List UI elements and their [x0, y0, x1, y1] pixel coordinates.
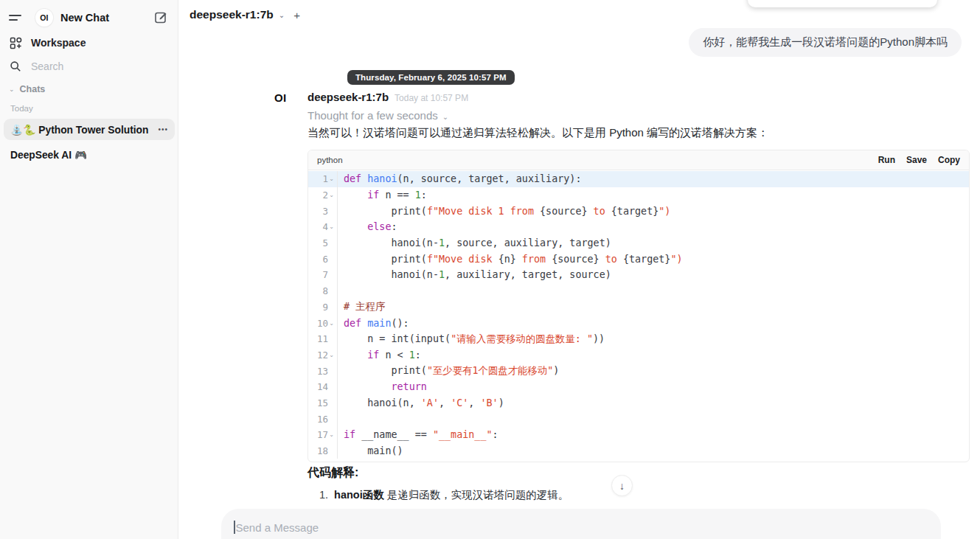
- workspace-grid-icon: [10, 37, 22, 49]
- chevron-down-icon: ⌄: [442, 113, 448, 121]
- line-gutter: 17⌄: [308, 427, 338, 443]
- code-line: 14 return: [308, 379, 969, 395]
- code-text: if n == 1:: [338, 189, 427, 201]
- thought-toggle[interactable]: Thought for a few seconds⌄: [307, 109, 448, 122]
- line-gutter: 12⌄: [308, 347, 338, 364]
- fold-chevron-icon[interactable]: ⌄: [328, 192, 335, 198]
- line-number: 18: [317, 445, 328, 456]
- list-number: 1.: [319, 489, 328, 501]
- code-line: 13 print("至少要有1个圆盘才能移动"): [308, 363, 969, 379]
- code-text: print("至少要有1个圆盘才能移动"): [338, 364, 559, 378]
- code-text: hanoi(n-1, source, auxiliary, target): [338, 237, 611, 248]
- chats-date-group: Today: [0, 103, 178, 114]
- line-number: 16: [317, 414, 328, 425]
- line-gutter: 16: [308, 411, 338, 427]
- new-chat-edit-icon[interactable]: [153, 10, 169, 25]
- chevron-down-icon[interactable]: ⌄: [279, 11, 285, 19]
- line-number: 11: [317, 333, 328, 344]
- code-line: 3 print(f"Move disk 1 from {source} to {…: [308, 203, 969, 219]
- code-line: 16: [308, 411, 969, 427]
- line-number: 1: [322, 173, 328, 184]
- line-gutter: 1⌄: [308, 171, 338, 187]
- user-message-bubble: 你好，能帮我生成一段汉诺塔问题的Python脚本吗: [689, 28, 962, 57]
- app-window: OI New Chat Workspace: [0, 0, 980, 539]
- code-text: hanoi(n-1, auxiliary, target, source): [338, 269, 611, 280]
- line-gutter: 6: [308, 251, 338, 267]
- line-gutter: 9: [308, 299, 338, 316]
- new-chat-row[interactable]: OI New Chat: [0, 7, 178, 28]
- fold-chevron-icon[interactable]: ⌄: [328, 431, 335, 438]
- chat-title: DeepSeek AI 🎮: [10, 149, 87, 161]
- code-actions: Run Save Copy: [878, 155, 960, 165]
- line-gutter: 13: [308, 363, 338, 379]
- chats-section-header[interactable]: ⌄ Chats: [0, 83, 178, 95]
- line-number: 10: [317, 318, 328, 329]
- code-line: 5 hanoi(n-1, source, auxiliary, target): [308, 235, 969, 251]
- code-language-label: python: [317, 156, 343, 164]
- code-text: if __name__ == "__main__":: [338, 429, 498, 440]
- line-gutter: 14: [308, 379, 338, 395]
- sidebar-toggle-icon[interactable]: [9, 10, 24, 25]
- code-line: 1⌄def hanoi(n, source, target, auxiliary…: [308, 171, 969, 187]
- thought-label: Thought for a few seconds: [307, 109, 438, 122]
- code-text: def main():: [338, 318, 409, 329]
- fold-chevron-icon[interactable]: ⌄: [328, 352, 335, 358]
- scroll-to-bottom-button[interactable]: ↓: [611, 475, 633, 496]
- line-number: 2: [322, 189, 328, 201]
- fold-chevron-icon[interactable]: ⌄: [328, 223, 335, 230]
- code-text: else:: [338, 221, 397, 232]
- fold-chevron-icon[interactable]: ⌄: [328, 175, 335, 182]
- line-gutter: 18: [308, 443, 338, 459]
- chat-title: ⛲🐍 Python Tower Solution: [10, 124, 148, 136]
- code-text: n = int(input("请输入需要移动的圆盘数量: ")): [338, 333, 605, 346]
- today-label: Today: [10, 104, 33, 113]
- message-input-placeholder: Send a Message: [236, 521, 319, 534]
- code-line: 2⌄ if n == 1:: [308, 187, 969, 204]
- message-input[interactable]: Send a Message: [221, 509, 941, 539]
- code-line: 18 main(): [308, 443, 969, 459]
- new-chat-label[interactable]: New Chat: [60, 12, 109, 24]
- run-button[interactable]: Run: [878, 155, 895, 165]
- sidebar-item-workspace[interactable]: Workspace: [0, 34, 178, 52]
- line-number: 13: [317, 366, 328, 377]
- line-gutter: 5: [308, 235, 338, 251]
- code-text: # 主程序: [338, 300, 385, 313]
- code-text: hanoi(n, 'A', 'C', 'B'): [338, 397, 504, 408]
- assistant-message-header: deepseek-r1:7b Today at 10:57 PM: [307, 91, 468, 103]
- code-line: 7 hanoi(n-1, auxiliary, target, source): [308, 267, 969, 283]
- code-text: def hanoi(n, source, target, auxiliary):: [338, 173, 581, 184]
- code-line: 4⌄ else:: [308, 219, 969, 235]
- code-text: main(): [338, 445, 403, 456]
- line-gutter: 2⌄: [308, 187, 338, 204]
- sidebar-search[interactable]: Search: [0, 58, 178, 74]
- line-gutter: 7: [308, 267, 338, 283]
- save-button[interactable]: Save: [906, 155, 927, 165]
- code-text: if n < 1:: [338, 350, 421, 361]
- search-icon: [10, 60, 21, 72]
- fold-chevron-icon[interactable]: ⌄: [328, 320, 335, 327]
- line-number: 5: [322, 237, 328, 248]
- chat-options-icon[interactable]: •••: [158, 125, 168, 133]
- assistant-timestamp: Today at 10:57 PM: [395, 93, 468, 103]
- model-name[interactable]: deepseek-r1:7b: [190, 8, 274, 21]
- copy-button[interactable]: Copy: [938, 155, 960, 165]
- line-number: 14: [317, 381, 328, 392]
- chevron-down-icon: ⌄: [9, 86, 15, 93]
- code-line: 15 hanoi(n, 'A', 'C', 'B'): [308, 395, 969, 411]
- code-line: 11 n = int(input("请输入需要移动的圆盘数量: ")): [308, 331, 969, 347]
- timestamp-tooltip: Thursday, February 6, 2025 10:57 PM: [347, 70, 515, 85]
- sidebar-chat-item-deepseek-ai[interactable]: DeepSeek AI 🎮: [4, 144, 175, 165]
- model-selector[interactable]: deepseek-r1:7b ⌄ +: [190, 8, 300, 21]
- line-number: 7: [322, 269, 328, 280]
- code-line: 9# 主程序: [308, 299, 969, 316]
- chat-main: deepseek-r1:7b ⌄ + 你好，能帮我生成一段汉诺塔问题的Pytho…: [178, 0, 980, 539]
- sidebar: OI New Chat Workspace: [0, 0, 178, 539]
- code-line: 12⌄ if n < 1:: [308, 347, 969, 364]
- add-model-button[interactable]: +: [293, 9, 300, 21]
- sidebar-chat-item-python-tower[interactable]: ⛲🐍 Python Tower Solution •••: [4, 119, 175, 140]
- line-gutter: 15: [308, 395, 338, 411]
- code-text: return: [338, 381, 427, 392]
- text-cursor: [234, 521, 235, 534]
- list-item-text: 是递归函数，实现汉诺塔问题的逻辑。: [384, 489, 569, 501]
- openwebui-logo: OI: [35, 9, 53, 27]
